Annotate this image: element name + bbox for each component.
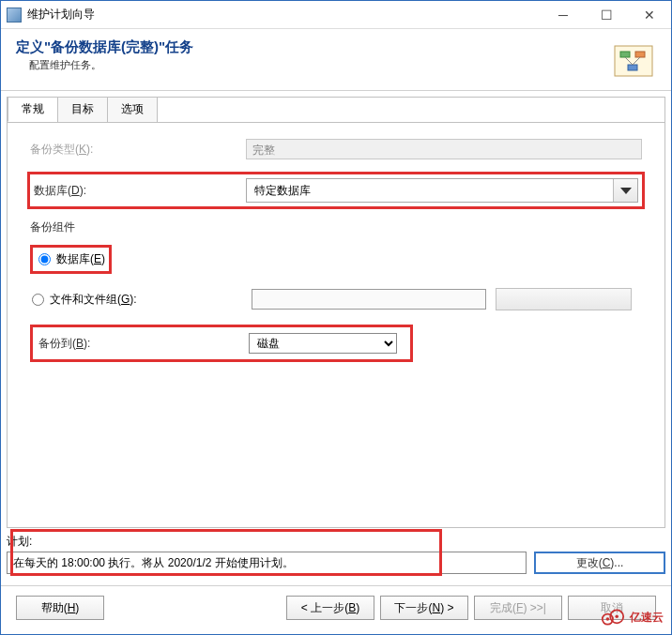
finish-button: 完成(F) >>|	[474, 596, 562, 620]
window-title: 维护计划向导	[27, 7, 542, 23]
browse-button	[496, 288, 632, 310]
window-controls: ─ ☐ ✕	[542, 1, 671, 29]
radio-database-label: 数据库(E)	[56, 251, 105, 267]
maximize-button[interactable]: ☐	[585, 1, 628, 29]
svg-point-9	[615, 615, 619, 619]
tab-options[interactable]: 选项	[107, 97, 158, 122]
watermark-icon	[600, 606, 626, 628]
component-label: 备份组件	[30, 219, 642, 235]
minimize-button[interactable]: ─	[542, 1, 585, 29]
tab-general[interactable]: 常规	[8, 97, 58, 122]
backup-type-combo: 完整	[246, 139, 642, 159]
svg-rect-3	[628, 65, 637, 70]
content-area: 常规 目标 选项 备份类型(K): 完整 数据库(D): 特定数据库 备份组件 …	[7, 97, 665, 528]
radio-files-input[interactable]	[32, 294, 44, 306]
schedule-input[interactable]	[7, 552, 527, 574]
backup-type-row: 备份类型(K): 完整	[30, 137, 642, 161]
page-subtitle: 配置维护任务。	[16, 58, 611, 72]
tab-strip: 常规 目标 选项	[8, 97, 664, 123]
back-button[interactable]: < 上一步(B)	[286, 596, 374, 620]
database-dropdown[interactable]: 特定数据库	[246, 178, 638, 203]
radio-files-label: 文件和文件组(G):	[50, 292, 137, 308]
files-input[interactable]	[252, 289, 486, 310]
footer-buttons: 帮助(H) < 上一步(B) 下一步(N) > 完成(F) >>| 取消	[1, 596, 671, 633]
watermark-text: 亿速云	[630, 610, 664, 626]
database-value: 特定数据库	[247, 183, 613, 199]
radio-files-row: 文件和文件组(G):	[30, 287, 642, 311]
close-button[interactable]: ✕	[628, 1, 671, 29]
backup-type-label: 备份类型(K):	[30, 142, 246, 158]
page-title: 定义"备份数据库(完整)"任务	[16, 38, 611, 56]
dropdown-arrow-icon	[613, 179, 637, 202]
schedule-section: 计划: 更改(C)...	[7, 534, 665, 574]
title-bar: 维护计划向导 ─ ☐ ✕	[1, 1, 671, 29]
svg-rect-1	[620, 52, 630, 57]
svg-rect-2	[635, 52, 645, 57]
tab-content: 备份类型(K): 完整 数据库(D): 特定数据库 备份组件 数据库(E) 文件…	[8, 124, 664, 375]
database-row: 数据库(D): 特定数据库	[30, 174, 642, 206]
app-icon	[7, 8, 22, 23]
svg-point-8	[606, 617, 610, 621]
backup-to-select[interactable]: 磁盘	[249, 333, 397, 354]
radio-files[interactable]: 文件和文件组(G):	[30, 292, 252, 308]
radio-db-highlight: 数据库(E)	[30, 245, 112, 274]
watermark: 亿速云	[600, 606, 664, 628]
database-label: 数据库(D):	[34, 183, 246, 199]
wizard-header: 定义"备份数据库(完整)"任务 配置维护任务。	[1, 29, 671, 91]
next-button[interactable]: 下一步(N) >	[380, 596, 468, 620]
wizard-icon	[611, 38, 656, 83]
svg-rect-0	[615, 46, 652, 76]
radio-database-input[interactable]	[38, 253, 51, 265]
tab-target[interactable]: 目标	[57, 97, 108, 122]
schedule-label: 计划:	[7, 534, 665, 550]
help-button[interactable]: 帮助(H)	[16, 596, 104, 620]
backup-to-label: 备份到(B):	[38, 336, 249, 352]
backup-to-highlight: 备份到(B): 磁盘	[30, 325, 413, 362]
divider	[1, 585, 671, 586]
change-button[interactable]: 更改(C)...	[534, 552, 665, 574]
radio-database[interactable]: 数据库(E)	[37, 251, 105, 267]
